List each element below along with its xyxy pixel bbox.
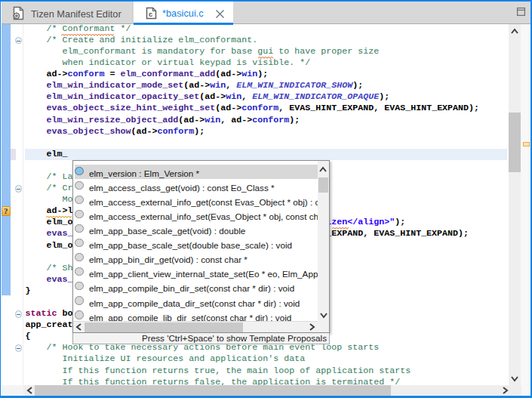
svg-text:c: c [149, 11, 152, 18]
